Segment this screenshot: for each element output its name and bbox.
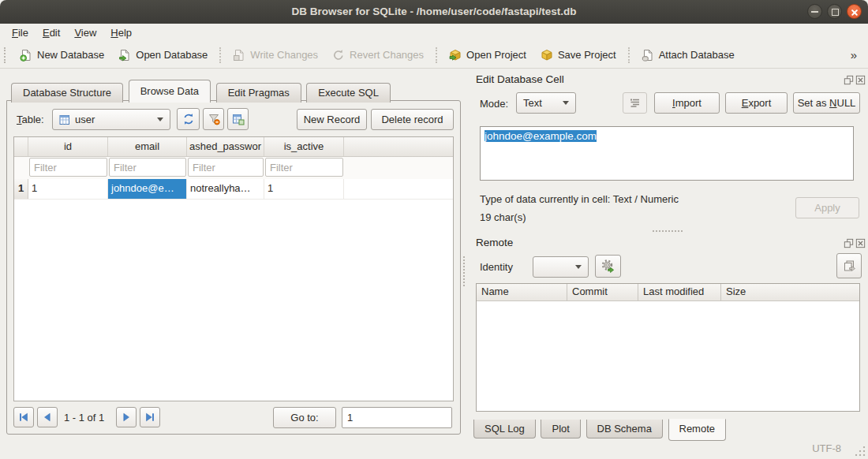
prev-page-button[interactable] — [37, 407, 58, 427]
clone-push-button[interactable] — [836, 253, 862, 278]
next-page-icon — [121, 412, 132, 423]
last-page-icon — [144, 412, 155, 423]
new-database-button[interactable]: New Database — [13, 45, 111, 65]
column-header-email[interactable]: email — [108, 137, 187, 156]
attach-database-button[interactable]: Attach Database — [634, 45, 742, 65]
save-project-icon — [541, 49, 553, 62]
cell-id[interactable]: 1 — [28, 179, 108, 199]
remote-close-button[interactable] — [855, 238, 866, 248]
table-select[interactable]: user — [52, 109, 170, 130]
goto-button[interactable]: Go to: — [273, 407, 336, 428]
identity-label: Identity — [480, 261, 513, 273]
filter-input-email[interactable] — [109, 158, 186, 177]
dock-float-icon — [844, 75, 854, 85]
cell-email-selected[interactable]: johndoe@e… — [108, 179, 187, 199]
app-window: DB Browser for SQLite - /home/user/code/… — [0, 0, 868, 459]
remote-files-table: Name Commit Last modified Size — [476, 283, 860, 412]
remote-title: Remote — [476, 237, 513, 248]
delete-record-button[interactable]: Delete record — [371, 109, 454, 130]
toolbar-overflow-button[interactable]: » — [847, 47, 860, 63]
mode-select[interactable]: Text — [516, 92, 576, 114]
column-header-hashed-password[interactable]: ashed_passwor — [187, 137, 264, 156]
next-page-button[interactable] — [116, 407, 137, 427]
main-toolbar: New Database Open Database Write Changes… — [0, 42, 868, 69]
save-project-button[interactable]: Save Project — [533, 45, 623, 65]
clear-filters-icon — [208, 113, 220, 125]
main-tab-bar: Database Structure Browse Data Edit Prag… — [11, 81, 393, 103]
cell-editor[interactable]: johndoe@example.com — [480, 126, 854, 181]
remote-float-button[interactable] — [844, 238, 854, 248]
import-button[interactable]: Import — [654, 92, 720, 114]
tab-db-schema[interactable]: DB Schema — [586, 420, 663, 438]
title-bar: DB Browser for SQLite - /home/user/code/… — [0, 0, 868, 24]
menu-view[interactable]: View — [67, 25, 103, 40]
table-icon — [59, 114, 70, 125]
open-project-button[interactable]: Open Project — [442, 45, 533, 65]
write-changes-button[interactable]: Write Changes — [226, 45, 325, 65]
remote-table-header: Name Commit Last modified Size — [477, 284, 859, 301]
tab-sql-log[interactable]: SQL Log — [473, 420, 536, 438]
refresh-button[interactable] — [177, 108, 200, 130]
browse-data-panel: Table: user New Record — [6, 100, 461, 435]
revert-changes-icon — [332, 49, 345, 62]
edit-cell-title: Edit Database Cell — [476, 73, 564, 85]
filter-input-id[interactable] — [29, 158, 107, 177]
set-as-null-button[interactable]: Set as NULL — [793, 92, 860, 114]
minimize-button[interactable] — [807, 4, 822, 19]
chevron-down-icon — [563, 101, 569, 105]
export-button[interactable]: Export — [725, 92, 788, 114]
column-header-is-active[interactable]: is_active — [264, 137, 344, 156]
selected-cell-text: johndoe@example.com — [485, 130, 597, 142]
menu-help[interactable]: Help — [103, 25, 139, 40]
remote-column-commit[interactable]: Commit — [567, 284, 638, 300]
new-record-button[interactable]: New Record — [297, 109, 367, 130]
tab-execute-sql[interactable]: Execute SQL — [306, 83, 391, 103]
tab-remote[interactable]: Remote — [668, 419, 727, 441]
word-wrap-icon — [629, 97, 641, 109]
maximize-button[interactable] — [827, 4, 842, 19]
cell-hashed-password[interactable]: notreallyha… — [187, 179, 264, 199]
bottom-tab-bar: SQL Log Plot DB Schema Remote — [473, 420, 728, 441]
export-results-icon — [232, 113, 245, 125]
filter-input-hashed-password[interactable] — [188, 158, 264, 177]
tab-plot[interactable]: Plot — [541, 420, 580, 438]
menu-edit[interactable]: Edit — [36, 25, 67, 40]
filter-input-is-active[interactable] — [265, 158, 343, 177]
clear-filters-button[interactable] — [203, 108, 224, 130]
row-number-header[interactable]: 1 — [14, 179, 28, 199]
revert-changes-button[interactable]: Revert Changes — [325, 45, 431, 65]
remote-column-size[interactable]: Size — [721, 284, 859, 300]
apply-button[interactable]: Apply — [795, 197, 859, 218]
first-page-button[interactable] — [13, 407, 34, 427]
tab-browse-data[interactable]: Browse Data — [129, 80, 211, 103]
column-header-id[interactable]: id — [28, 137, 108, 156]
word-wrap-button[interactable] — [623, 92, 647, 114]
close-button[interactable] — [847, 4, 862, 19]
pagination-range: 1 - 1 of 1 — [64, 412, 104, 424]
remote-column-last-modified[interactable]: Last modified — [638, 284, 721, 300]
write-changes-icon — [233, 49, 245, 62]
menu-file[interactable]: File — [5, 25, 36, 40]
identity-settings-icon — [601, 259, 615, 273]
grid-corner-header[interactable] — [14, 137, 28, 156]
open-project-icon — [449, 49, 462, 62]
identity-select[interactable] — [533, 256, 589, 278]
encoding-indicator: UTF-8 — [812, 442, 841, 454]
chevron-down-icon — [575, 265, 582, 269]
export-results-button[interactable] — [227, 108, 249, 130]
tab-database-structure[interactable]: Database Structure — [11, 83, 123, 103]
first-page-icon — [18, 412, 29, 423]
toolbar-drag-handle[interactable] — [4, 47, 9, 63]
resize-grip[interactable] — [855, 446, 866, 457]
tab-edit-pragmas[interactable]: Edit Pragmas — [216, 83, 301, 103]
horizontal-splitter-handle[interactable] — [653, 230, 683, 232]
remote-column-name[interactable]: Name — [477, 284, 567, 300]
cell-is-active[interactable]: 1 — [264, 179, 344, 199]
open-database-button[interactable]: Open Database — [111, 45, 215, 65]
edit-cell-float-button[interactable] — [844, 75, 854, 85]
edit-cell-close-button[interactable] — [855, 75, 866, 85]
goto-input[interactable] — [342, 407, 452, 428]
vertical-splitter-handle[interactable] — [463, 256, 465, 286]
last-page-button[interactable] — [140, 407, 160, 427]
identity-settings-button[interactable] — [595, 255, 621, 278]
